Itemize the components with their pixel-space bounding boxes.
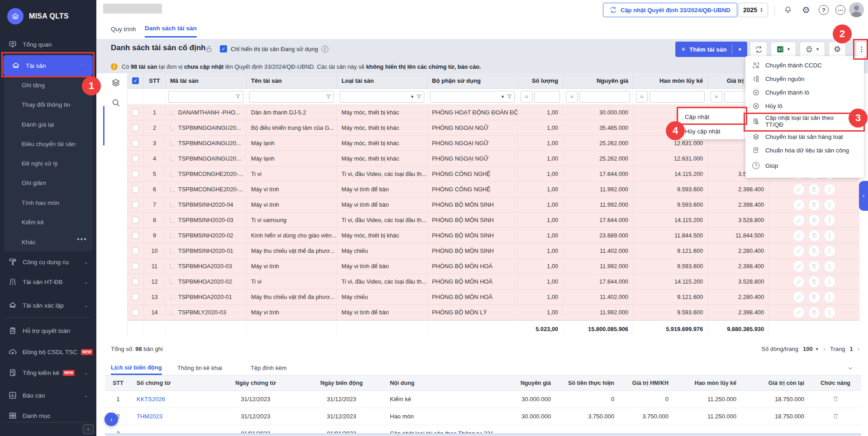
row-checkbox[interactable] [132,109,139,116]
filter-name-input[interactable] [249,91,334,103]
menu-item-chuyen-thanh-ccdc[interactable]: Chuyển thành CCDC [745,58,864,72]
sidebar-item-tong-quan[interactable]: Tổng quan [0,36,96,52]
row-more-icon[interactable]: ⋮ [824,214,835,226]
row-checkbox[interactable] [132,263,139,270]
sidebar-item-cong-cu-dung-cu[interactable]: Công cụ dụng cụ ⌄ [0,254,96,270]
equals-operator[interactable]: = [521,91,532,103]
row-checkbox[interactable] [132,294,139,300]
row-checkbox[interactable] [132,201,139,208]
sidebar-item-dong-bo-csdl-tsc[interactable]: Đồng bộ CSDL TSC NEW [0,344,96,360]
tab-lich-su-bien-dong[interactable]: Lịch sử biến động [111,361,162,375]
tree-node-icon[interactable] [170,280,175,284]
tab-quy-trinh[interactable]: Quy trình [111,20,136,38]
row-checkbox[interactable] [132,140,139,147]
row-checkbox[interactable] [132,217,139,223]
row-more-icon[interactable]: ⋮ [824,230,835,242]
row-checkbox[interactable] [132,171,139,177]
select-all-checkbox[interactable]: ✓ [132,77,139,84]
trash-icon[interactable] [832,412,839,421]
row-more-icon[interactable]: ⋮ [824,307,835,318]
grid-settings-button[interactable]: ⚙ [829,42,846,57]
row-more-icon[interactable]: ⋮ [824,184,835,195]
row-checkbox[interactable] [132,309,139,316]
document-link[interactable]: KKTS2026 [137,396,165,403]
equals-operator[interactable]: = [566,91,578,103]
sidebar-item-bao-cao[interactable]: Báo cáo ⌄ [0,387,96,403]
avatar[interactable] [849,2,864,17]
trash-icon[interactable] [832,395,839,403]
sidebar-item-tong-kiem-ke[interactable]: Tổng kiểm kê NEW ⌄ [0,365,96,381]
row-more-icon[interactable]: ⋮ [824,199,835,211]
row-checkbox[interactable] [132,232,139,239]
more-apps-icon[interactable]: ⋯ [833,3,848,17]
sidebar-item-tai-san-xac-lap[interactable]: Tài sản xác lập ⌄ [0,297,96,313]
document-link[interactable]: THM2023 [137,413,162,420]
table-row[interactable]: 12 TSPBMHOA2020-02 Ti vi Ti vi, đầu Vide… [128,274,859,289]
tree-node-icon[interactable] [170,295,175,299]
funnel-icon[interactable] [416,94,422,101]
tab-thong-tin-ke-khai[interactable]: Thông tin kê khai [177,361,222,375]
menu-item-cap-nhat[interactable]: Cập nhật [678,109,745,124]
menu-item-huy-lo[interactable]: Hủy lô [745,99,864,113]
sidebar-item-danh-gia-lai[interactable]: Đánh giá lại [22,118,90,131]
help-icon[interactable]: ? [816,3,831,17]
unlock-icon[interactable] [205,45,213,55]
edit-icon[interactable] [793,261,805,272]
copy-icon[interactable] [808,276,820,288]
row-more-icon[interactable]: ⋮ [824,291,835,303]
panel-collapse-icon[interactable] [847,365,854,374]
copy-icon[interactable] [808,214,820,226]
edit-icon[interactable] [793,276,805,288]
copy-icon[interactable] [808,184,820,195]
sidebar-item-tinh-hao-mon[interactable]: Tính hao mòn [22,196,90,209]
edit-icon[interactable] [793,230,805,242]
row-checkbox[interactable] [132,155,139,162]
table-row[interactable]: 6 TSPBMCONGHE2020-... Máy vi tính Máy vi… [128,182,859,197]
col-name[interactable]: Tên tài sản [247,73,337,88]
tree-node-icon[interactable] [170,187,175,192]
sidebar-item-danh-muc[interactable]: Danh mục [0,408,96,424]
menu-item-chuyen-loai-hang-loat[interactable]: Chuyển loại tài sản hàng loạt [745,130,864,143]
filter-qty-input[interactable] [534,91,560,103]
copy-icon[interactable] [808,245,820,257]
next-page-icon[interactable]: › [858,346,859,352]
tree-node-icon[interactable] [170,233,175,238]
table-row[interactable]: 13 TSPBMHOA2020-01 Máy thu chiếu vật thể… [128,289,859,305]
gear-icon[interactable]: ⚙ [799,3,813,17]
sidebar-item-ho-tro-quyet-toan[interactable]: Hỗ trợ quyết toán [0,322,96,339]
tree-node-icon[interactable] [170,141,175,146]
edit-icon[interactable] [793,199,805,211]
table-row[interactable]: 10 TSPBMSINH2020-01 Máy thu chiếu vật th… [128,243,859,259]
filter-cost-input[interactable] [579,91,630,103]
funnel-icon[interactable] [507,94,512,101]
col-code[interactable]: Mã tài sản [166,73,247,88]
table-row[interactable]: 14 TSPBMLY2020-03 Máy vi tính Máy vi tín… [128,305,859,320]
row-checkbox[interactable] [132,186,139,193]
refresh-button[interactable] [750,42,767,57]
col-dept[interactable]: Bộ phận sử dụng [427,73,518,88]
equals-operator[interactable]: = [636,91,648,103]
expand-panel-button[interactable]: › [104,412,118,426]
menu-item-huy-cap-nhat[interactable]: Hủy cập nhật [678,124,745,138]
row-checkbox[interactable] [132,247,139,254]
bell-icon[interactable] [781,3,795,17]
menu-item-chuyen-thanh-lo[interactable]: Chuyển thành lô [745,85,864,99]
row-more-icon[interactable]: ⋮ [824,276,835,288]
row-more-icon[interactable]: ⋮ [824,245,835,257]
sidebar-collapse-button[interactable]: ‹ [83,424,94,434]
edit-icon[interactable] [793,245,805,257]
row-checkbox[interactable] [132,124,139,131]
per-page-select[interactable]: 100▼ [803,346,819,352]
tree-node-icon[interactable] [170,249,175,253]
filter-code-input[interactable] [168,91,243,103]
prev-page-icon[interactable]: ‹ [824,346,825,352]
tree-node-icon[interactable] [170,264,175,269]
col-stt[interactable]: STT [144,73,166,88]
table-row[interactable]: 9 TSPBMSINH2020-02 Kính hiển vi dùng cho… [128,228,859,243]
row-more-icon[interactable]: ⋮ [824,261,835,272]
menu-item-giup[interactable]: ? Giúp [745,157,864,174]
edit-icon[interactable] [793,184,805,195]
checkbox-checked-icon[interactable]: ✓ [220,45,227,52]
row-checkbox[interactable] [132,278,139,285]
current-page[interactable]: 1 [849,346,853,352]
